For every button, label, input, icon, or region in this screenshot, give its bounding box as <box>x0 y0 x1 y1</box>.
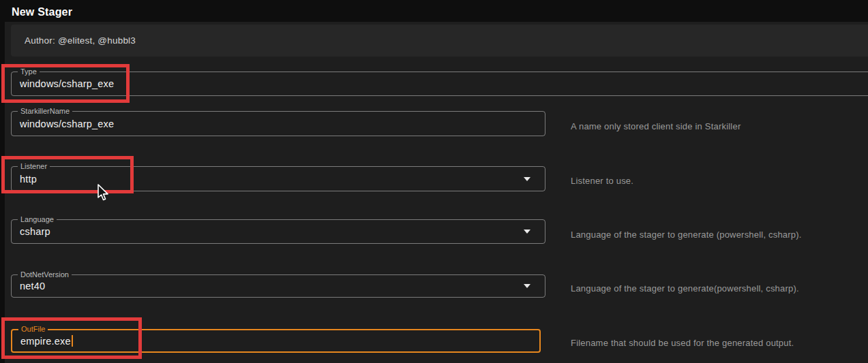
listener-help: Listener to use. <box>571 176 633 186</box>
dotnetversion-help: Language of the stager to generate(power… <box>571 283 799 294</box>
outfile-label: OutFile <box>18 325 48 334</box>
starkillername-label: StarkillerName <box>18 107 72 116</box>
text-cursor-caret <box>72 335 73 347</box>
outfile-help: Filename that should be used for the gen… <box>571 338 794 348</box>
starkillername-value: windows/csharp_exe <box>12 119 114 129</box>
outfile-input[interactable]: OutFile empire.exe <box>11 329 541 353</box>
starkillername-input[interactable]: StarkillerName windows/csharp_exe <box>11 111 545 136</box>
language-value: csharp <box>12 226 50 237</box>
form-panel: Author: @elitest, @hubbl3 Type windows/c… <box>5 22 868 363</box>
listener-value: http <box>12 174 37 185</box>
author-card: Author: @elitest, @hubbl3 <box>11 25 868 57</box>
listener-label: Listener <box>18 162 50 171</box>
listener-select[interactable]: Listener http <box>11 166 545 191</box>
chevron-down-icon <box>524 230 530 234</box>
chevron-down-icon <box>524 177 530 181</box>
mouse-cursor-icon <box>97 184 110 203</box>
language-help: Language of the stager to generate (powe… <box>571 230 802 240</box>
type-select[interactable]: Type windows/csharp_exe <box>11 72 868 96</box>
dotnetversion-select[interactable]: DotNetVersion net40 <box>11 274 545 298</box>
language-select[interactable]: Language csharp <box>11 219 545 244</box>
language-label: Language <box>18 215 57 224</box>
chevron-down-icon <box>524 284 530 288</box>
starkillername-help: A name only stored client side in Starki… <box>571 121 740 131</box>
type-value: windows/csharp_exe <box>12 78 114 89</box>
outfile-value: empire.exe <box>12 336 71 347</box>
author-text: Author: @elitest, @hubbl3 <box>11 35 136 46</box>
page-title: New Stager <box>12 6 72 18</box>
dotnetversion-label: DotNetVersion <box>18 270 72 279</box>
type-label: Type <box>18 67 40 76</box>
dotnetversion-value: net40 <box>12 281 45 291</box>
new-stager-screen: New Stager Author: @elitest, @hubbl3 Typ… <box>0 0 868 363</box>
